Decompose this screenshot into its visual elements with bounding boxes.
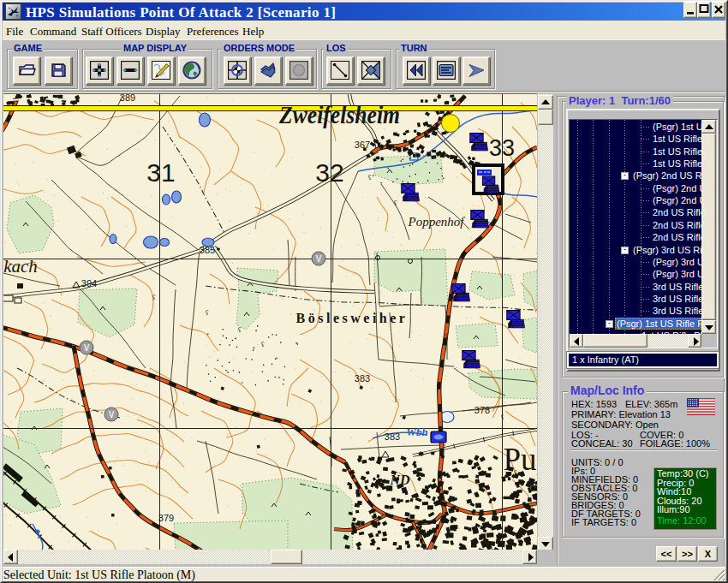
svg-text:V: V: [84, 343, 90, 353]
svg-text:ʕ: ʕ: [368, 174, 372, 181]
svg-text:ʕ: ʕ: [394, 199, 397, 207]
svg-text:ʕ: ʕ: [261, 341, 265, 348]
svg-text:383: 383: [385, 431, 400, 442]
svg-text:394: 394: [81, 278, 97, 289]
svg-text:379: 379: [158, 513, 174, 523]
svg-text:ʕ: ʕ: [445, 332, 449, 340]
svg-text:ʕ: ʕ: [206, 309, 209, 317]
svg-text:V: V: [109, 410, 115, 419]
svg-text:31: 31: [146, 158, 175, 187]
svg-text:Wbh: Wbh: [406, 425, 427, 438]
svg-text:ʕ: ʕ: [152, 294, 156, 301]
svg-text:389: 389: [120, 93, 135, 103]
svg-text:ʕ: ʕ: [501, 413, 504, 421]
svg-text:383: 383: [355, 373, 370, 384]
svg-text:ʕ: ʕ: [238, 326, 242, 334]
svg-text:Zweifelsheim: Zweifelsheim: [278, 100, 400, 128]
svg-text:Pu: Pu: [503, 442, 536, 477]
svg-text:Böslesweiher: Böslesweiher: [296, 311, 409, 325]
svg-text:33: 33: [489, 135, 515, 161]
svg-text:ND: ND: [389, 473, 410, 487]
svg-text:V: V: [316, 254, 322, 264]
svg-text:kach: kach: [3, 256, 38, 277]
svg-text:367: 367: [355, 140, 370, 150]
svg-text:Poppenhof: Poppenhof: [408, 215, 466, 229]
svg-text:378: 378: [474, 405, 490, 415]
svg-text:385: 385: [200, 245, 215, 255]
svg-text:32: 32: [315, 158, 343, 187]
